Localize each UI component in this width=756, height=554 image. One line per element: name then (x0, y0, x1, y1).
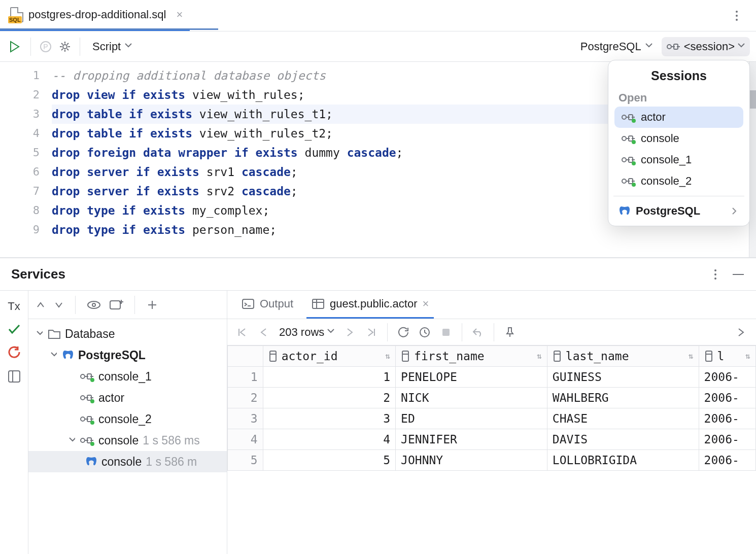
table-row[interactable]: 5 5 JOHNNY LOLLOBRIGIDA 2006- (228, 450, 756, 471)
grid-col-first_name[interactable]: first_name⇅ (396, 346, 547, 367)
expand-icon[interactable] (36, 300, 46, 310)
sessions-datasource-item[interactable]: PostgreSQL (611, 200, 746, 223)
editor-toolbar: P Script PostgreSQL <session> (0, 31, 756, 62)
table-row[interactable]: 4 4 JENNIFER DAVIS 2006- (228, 429, 756, 450)
session-item-label: actor (641, 111, 666, 124)
grid-col-actor_id[interactable]: actor_id⇅ (263, 346, 395, 367)
svg-point-12 (88, 301, 100, 308)
sessions-datasource-label: PostgreSQL (636, 204, 700, 218)
tree-root[interactable]: Database (28, 323, 227, 344)
table-row[interactable]: 3 3 ED CHASE 2006- (228, 408, 756, 429)
rollback-icon[interactable] (8, 345, 21, 359)
layout-icon[interactable] (8, 370, 21, 383)
pin-icon[interactable] (501, 324, 519, 341)
view-mode-icon[interactable] (87, 300, 101, 310)
reload-icon[interactable] (395, 324, 412, 341)
services-tree[interactable]: Database PostgreSQL console_1 actor cons… (28, 319, 227, 554)
session-item-actor[interactable]: actor (614, 107, 743, 128)
result-table-tab-label: guest.public.actor (330, 297, 417, 310)
table-row[interactable]: 2 2 NICK WAHLBERG 2006- (228, 388, 756, 408)
results-toolbar: 203 rows (227, 319, 756, 345)
execution-target-label: Script (92, 40, 121, 53)
close-tab-icon[interactable]: × (177, 8, 183, 21)
services-tree-panel: Database PostgreSQL console_1 actor cons… (28, 291, 227, 554)
last-page-icon[interactable] (363, 324, 380, 341)
tree-session-actor[interactable]: actor (28, 387, 227, 408)
row-count-dropdown[interactable]: 203 rows (276, 326, 337, 339)
grid-corner[interactable] (228, 346, 263, 367)
marker-strip (749, 62, 756, 257)
session-item-label: console_1 (641, 153, 692, 166)
svg-rect-16 (442, 329, 450, 336)
prev-page-icon[interactable] (255, 324, 272, 341)
svg-rect-11 (9, 371, 20, 382)
results-tabs: Output guest.public.actor × (227, 291, 756, 319)
result-table-tab[interactable]: guest.public.actor × (306, 291, 434, 319)
session-item-label: console (641, 132, 679, 145)
sql-file-icon: SQL (10, 7, 23, 22)
session-item-console_2[interactable]: console_2 (614, 170, 743, 192)
services-menu-icon[interactable] (708, 267, 723, 282)
next-page-icon[interactable] (341, 324, 359, 341)
grid-col-last_name[interactable]: last_name⇅ (547, 346, 699, 367)
datasource-label: PostgreSQL (580, 40, 641, 53)
tree-datasource[interactable]: PostgreSQL (28, 344, 227, 366)
sessions-open-section: Open (611, 88, 746, 107)
sessions-popup-title: Sessions (611, 68, 746, 83)
svg-text:P: P (43, 43, 48, 51)
collapse-icon[interactable] (54, 300, 64, 310)
tree-session-console_2[interactable]: console_2 (28, 408, 227, 430)
tree-session-console[interactable]: console 1 s 586 ms (28, 430, 227, 451)
schedule-icon[interactable] (416, 324, 433, 341)
results-grid[interactable]: actor_id⇅first_name⇅last_name⇅l⇅ 1 1 PEN… (227, 345, 756, 471)
editor-tabs: SQL postgres-drop-additional.sql × (0, 0, 756, 31)
output-tab-label: Output (260, 297, 293, 310)
close-result-tab-icon[interactable]: × (422, 297, 429, 310)
output-tab[interactable]: Output (236, 291, 298, 319)
more-results-icon[interactable] (733, 324, 750, 341)
session-item-label: console_2 (641, 175, 692, 188)
settings-icon[interactable] (57, 39, 73, 54)
tx-mode-icon[interactable]: Tx (8, 300, 20, 313)
file-tab-label: postgres-drop-additional.sql (28, 8, 166, 21)
tree-session-child[interactable]: console 1 s 586 m (28, 451, 227, 472)
run-button[interactable] (6, 38, 23, 55)
table-row[interactable]: 1 1 PENELOPE GUINESS 2006- (228, 367, 756, 388)
first-page-icon[interactable] (233, 324, 251, 341)
svg-rect-14 (110, 301, 120, 309)
revert-icon[interactable] (469, 324, 487, 341)
grid-col-l[interactable]: l⇅ (699, 346, 755, 367)
hide-panel-icon[interactable] (732, 270, 745, 279)
new-console-icon[interactable] (109, 299, 123, 311)
file-tab[interactable]: SQL postgres-drop-additional.sql × (0, 0, 190, 31)
tab-menu-icon[interactable] (730, 9, 744, 23)
svg-point-13 (92, 303, 95, 306)
session-item-console_1[interactable]: console_1 (614, 149, 743, 170)
session-item-console[interactable]: console (614, 128, 743, 149)
results-panel: Output guest.public.actor × 203 rows (227, 291, 756, 554)
tree-toolbar (28, 291, 227, 319)
commit-icon[interactable] (8, 324, 21, 334)
services-rail: Tx (0, 291, 28, 554)
explain-plan-icon[interactable]: P (38, 39, 53, 54)
session-dropdown[interactable]: <session> (662, 37, 750, 56)
services-header: Services (0, 258, 756, 290)
session-label: <session> (684, 40, 735, 53)
services-title: Services (11, 266, 65, 282)
sessions-popup: Sessions Open actor console console_1 co… (608, 60, 750, 226)
gutter: 123456789 (0, 62, 49, 257)
datasource-dropdown[interactable]: PostgreSQL (575, 38, 658, 55)
add-icon[interactable] (146, 299, 158, 311)
services-body: Tx Database PostgreSQL console_1 actor c (0, 290, 756, 554)
stop-icon[interactable] (437, 324, 455, 341)
execution-target-dropdown[interactable]: Script (87, 38, 137, 55)
tree-session-console_1[interactable]: console_1 (28, 366, 227, 387)
